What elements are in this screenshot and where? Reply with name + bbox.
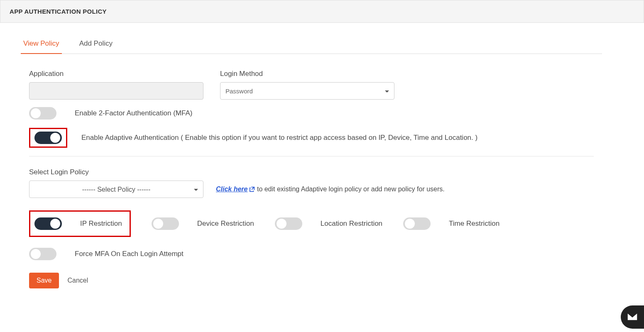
tabs: View Policy Add Policy <box>21 35 602 54</box>
mfa-toggle[interactable] <box>29 107 56 120</box>
force-mfa-toggle[interactable] <box>29 248 56 260</box>
force-mfa-label: Force MFA On Each Login Attempt <box>75 250 184 258</box>
application-input[interactable] <box>29 82 203 100</box>
login-policy-select[interactable]: ------ Select Policy ------ <box>29 181 203 198</box>
application-label: Application <box>29 70 203 78</box>
form-area: Application Login Method Password Enable… <box>21 70 602 288</box>
tab-view-policy[interactable]: View Policy <box>21 35 62 54</box>
device-restriction-group: Device Restriction <box>152 217 254 230</box>
adaptive-toggle-highlight <box>29 128 67 148</box>
ip-restriction-label: IP Restriction <box>80 220 122 228</box>
mfa-toggle-label: Enable 2-Factor Authentication (MFA) <box>75 109 192 117</box>
tab-add-policy[interactable]: Add Policy <box>77 35 115 54</box>
location-restriction-group: Location Restriction <box>275 217 382 230</box>
policy-hint-text: to edit existing Adaptive login policy o… <box>255 186 444 193</box>
time-restriction-group: Time Restriction <box>403 217 500 230</box>
adaptive-auth-label: Enable Adaptive Authentication ( Enable … <box>81 134 477 142</box>
cancel-button[interactable]: Cancel <box>67 277 88 284</box>
select-policy-label: Select Login Policy <box>29 168 594 176</box>
time-restriction-toggle[interactable] <box>403 217 431 230</box>
device-restriction-toggle[interactable] <box>152 217 179 230</box>
ip-restriction-toggle[interactable] <box>34 217 62 230</box>
ip-restriction-group: IP Restriction <box>29 210 131 237</box>
save-button[interactable]: Save <box>29 273 59 288</box>
login-method-select[interactable]: Password <box>220 82 394 100</box>
page-title: APP AUTHENTICATION POLICY <box>10 8 634 15</box>
login-method-label: Login Method <box>220 70 394 78</box>
time-restriction-label: Time Restriction <box>449 220 500 228</box>
location-restriction-toggle[interactable] <box>275 217 302 230</box>
adaptive-auth-toggle[interactable] <box>34 132 62 144</box>
content-area: View Policy Add Policy Application Login… <box>0 23 623 305</box>
external-link-icon <box>249 186 255 192</box>
location-restriction-label: Location Restriction <box>321 220 382 228</box>
click-here-link[interactable]: Click here <box>216 186 255 193</box>
device-restriction-label: Device Restriction <box>197 220 254 228</box>
policy-hint: Click here to edit existing Adaptive log… <box>216 186 445 193</box>
page-header: APP AUTHENTICATION POLICY <box>0 0 644 23</box>
divider <box>29 156 594 156</box>
